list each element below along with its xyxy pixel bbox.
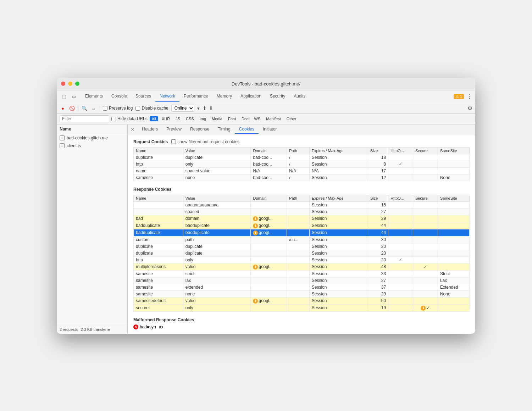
network-throttle-select[interactable]: Online: [171, 105, 194, 112]
panel-tab-timing[interactable]: Timing: [214, 125, 235, 134]
res-r2-name: [134, 208, 183, 215]
res-r9-secure: [413, 256, 438, 263]
res-r13-domain: [251, 284, 287, 290]
table-row[interactable]: http only Session 20 ✓: [134, 256, 470, 263]
res-r7-path: [287, 243, 310, 250]
table-row[interactable]: name spaced value N/A N/A N/A 17: [134, 167, 470, 174]
table-row[interactable]: http only bad-coo... / Session 8 ✓: [134, 161, 470, 167]
settings-icon[interactable]: ⚙: [467, 105, 472, 112]
table-row[interactable]: duplicate duplicate Session 20: [134, 250, 470, 256]
disable-cache-label[interactable]: Disable cache: [135, 106, 168, 111]
panel-close-icon[interactable]: ✕: [131, 127, 135, 132]
search-icon[interactable]: ⌕: [90, 105, 97, 111]
filter-img[interactable]: Img: [198, 116, 208, 121]
tab-memory[interactable]: Memory: [212, 91, 236, 102]
tab-audits[interactable]: Audits: [289, 91, 310, 102]
window-controls: [61, 82, 79, 86]
malformed-item-2: ax: [159, 324, 164, 329]
res-r10-secure: ✓: [413, 263, 438, 270]
record-button[interactable]: ●: [60, 105, 66, 111]
table-row[interactable]: samesite lax Session 27 Lax: [134, 277, 470, 284]
panel-tab-cookies[interactable]: Cookies: [235, 125, 259, 134]
table-row[interactable]: samesite none bad-coo... / Session 12 No…: [134, 174, 470, 181]
res-r15-http: [388, 297, 413, 304]
show-filtered-checkbox[interactable]: [171, 139, 176, 144]
request-cookies-table: Name Value Domain Path Expires / Max-Age…: [133, 147, 470, 181]
chevron-down-icon[interactable]: ▾: [197, 106, 200, 111]
res-r15-value: value: [183, 297, 251, 304]
upload-icon[interactable]: ⬆: [203, 105, 207, 111]
sidebar-item-bad-cookies[interactable]: □ bad-cookies.glitch.me: [57, 134, 127, 142]
res-r15-domain: ℹgoogl...: [251, 297, 287, 304]
table-row[interactable]: custom path /cu... Session 30: [134, 236, 470, 243]
res-r5-secure: [413, 229, 438, 236]
panel-tab-headers[interactable]: Headers: [138, 125, 162, 134]
res-r2-secure: [413, 208, 438, 215]
cookies-content: Request Cookies show filtered out reques…: [128, 135, 475, 334]
download-icon[interactable]: ⬇: [209, 105, 213, 111]
table-row[interactable]: bad domain ℹgoogl... Session 29: [134, 215, 470, 222]
filter-manifest[interactable]: Manifest: [264, 116, 283, 121]
th-req-path: Path: [287, 147, 310, 154]
tab-performance[interactable]: Performance: [179, 91, 212, 102]
th-req-name: Name: [134, 147, 183, 154]
device-icon[interactable]: ▭: [70, 92, 78, 101]
filter-all[interactable]: All: [150, 116, 158, 121]
res-r6-secure: [413, 236, 438, 243]
filter-other[interactable]: Other: [284, 116, 299, 121]
show-filtered-label[interactable]: show filtered out request cookies: [171, 139, 239, 144]
more-options-icon[interactable]: ⋮: [467, 93, 472, 100]
table-row[interactable]: samesitedefault value ℹgoogl... Session …: [134, 297, 470, 304]
table-row[interactable]: duplicate duplicate bad-coo... / Session…: [134, 154, 470, 161]
hide-data-urls-label[interactable]: Hide data URLs: [111, 116, 148, 121]
error-icon: ✕: [133, 324, 138, 329]
filter-doc[interactable]: Doc: [239, 116, 251, 121]
filter-ws[interactable]: WS: [252, 116, 263, 121]
filter-xhr[interactable]: XHR: [160, 116, 172, 121]
clear-button[interactable]: 🚫: [69, 105, 75, 111]
tab-application[interactable]: Application: [236, 91, 266, 102]
table-row[interactable]: samesite none Session 29 None: [134, 290, 470, 297]
inspect-icon[interactable]: ⬚: [60, 92, 68, 101]
table-row[interactable]: duplicate duplicate Session 20: [134, 243, 470, 250]
res-r5-name: badduplicate: [134, 229, 183, 236]
req-row2-path: /: [287, 161, 310, 167]
close-button[interactable]: [61, 82, 65, 86]
table-row[interactable]: spaced Session 27: [134, 208, 470, 215]
tab-network[interactable]: Network: [155, 91, 179, 102]
table-row[interactable]: secure only Session 19 ℹ✓: [134, 304, 470, 311]
disable-cache-checkbox[interactable]: [135, 106, 140, 111]
hide-data-urls-checkbox[interactable]: [111, 117, 116, 121]
filter-media[interactable]: Media: [210, 116, 225, 121]
preserve-log-checkbox[interactable]: [103, 106, 107, 111]
filter-js[interactable]: JS: [173, 116, 182, 121]
res-r9-domain: [251, 256, 287, 263]
panel-tab-response[interactable]: Response: [186, 125, 214, 134]
res-r9-size: 20: [368, 256, 388, 263]
tab-security[interactable]: Security: [266, 91, 289, 102]
table-row[interactable]: badduplicate badduplicate ℹgoogl... Sess…: [134, 229, 470, 236]
res-r3-size: 29: [368, 215, 388, 222]
table-row[interactable]: samesite strict Session 33 Strict: [134, 270, 470, 277]
maximize-button[interactable]: [75, 82, 79, 86]
minimize-button[interactable]: [68, 82, 72, 86]
filter-font[interactable]: Font: [226, 116, 238, 121]
tab-elements[interactable]: Elements: [81, 91, 107, 102]
table-row[interactable]: aaaaaaaaaaaaaa Session 15: [134, 201, 470, 208]
tab-sources[interactable]: Sources: [131, 91, 155, 102]
filter-css[interactable]: CSS: [184, 116, 196, 121]
res-r5-size: 44: [368, 229, 388, 236]
table-row[interactable]: samesite extended Session 37 Extended: [134, 284, 470, 290]
tab-console[interactable]: Console: [107, 91, 131, 102]
res-r16-samesite: [438, 304, 469, 311]
filter-icon[interactable]: 🔍: [81, 105, 88, 111]
panel-tab-preview[interactable]: Preview: [162, 125, 186, 134]
sidebar-item-client-js[interactable]: □ client.js: [57, 142, 127, 150]
preserve-log-label[interactable]: Preserve log: [103, 106, 133, 111]
req-row3-expires: N/A: [309, 167, 368, 174]
filter-input[interactable]: [60, 115, 109, 122]
res-r13-samesite: Extended: [438, 284, 469, 290]
table-row[interactable]: badduplicate badduplicate ℹgoogl... Sess…: [134, 222, 470, 229]
table-row[interactable]: multiplereasons value ℹgoogl... Session …: [134, 263, 470, 270]
panel-tab-initiator[interactable]: Initiator: [259, 125, 281, 134]
